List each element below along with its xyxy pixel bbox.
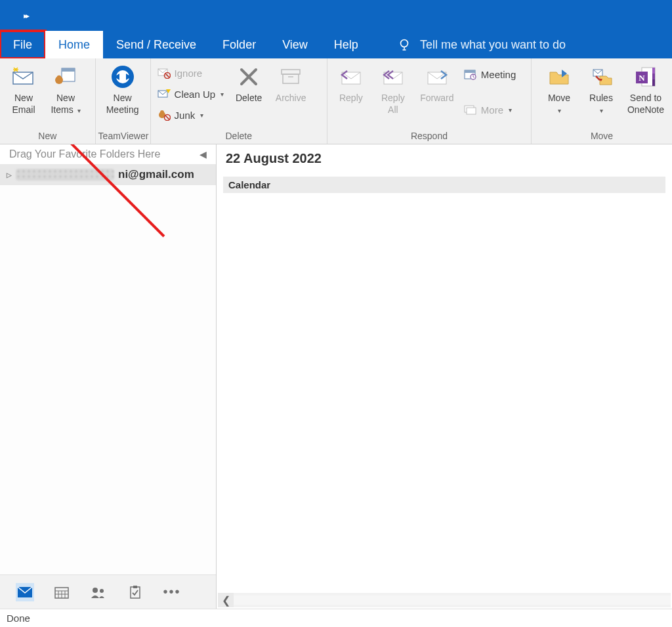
chevron-down-icon: ▾	[509, 106, 512, 114]
new-meeting-button[interactable]: New Meeting	[98, 61, 147, 118]
group-label-teamviewer: TeamViewer	[98, 129, 148, 144]
content-pane: 22 August 2022 Calendar ❮	[217, 144, 672, 609]
account-row[interactable]: ▷ ni@gmail.com	[0, 164, 216, 185]
svg-rect-43	[652, 68, 655, 74]
delete-button[interactable]: Delete	[228, 61, 270, 107]
tab-help[interactable]: Help	[321, 31, 371, 58]
tab-home[interactable]: Home	[45, 31, 103, 58]
favorites-header[interactable]: Drag Your Favorite Folders Here ◀	[0, 144, 216, 164]
junk-button[interactable]: Junk ▾	[154, 104, 228, 125]
tell-me-label: Tell me what you want to do	[420, 38, 566, 52]
svg-rect-39	[467, 108, 476, 114]
tab-view[interactable]: View	[269, 31, 321, 58]
scroll-track[interactable]	[234, 595, 671, 605]
ignore-icon	[158, 67, 171, 79]
clean-up-button[interactable]: Clean Up ▾	[154, 83, 228, 104]
reply-label: Reply	[339, 93, 363, 104]
move-button[interactable]: Move▾	[538, 61, 580, 118]
people-peek-icon[interactable]	[89, 583, 108, 601]
more-peek-icon[interactable]: •••	[163, 583, 181, 601]
reply-all-label: Reply All	[381, 93, 405, 116]
tell-me-search[interactable]: Tell me what you want to do	[371, 31, 566, 58]
title-bar: ▸▸	[0, 0, 672, 31]
delete-label: Delete	[236, 93, 262, 104]
calendar-peek-icon[interactable]	[52, 583, 71, 601]
favorites-hint: Drag Your Favorite Folders Here	[9, 148, 160, 160]
scroll-left-icon[interactable]: ❮	[218, 593, 234, 607]
account-redacted	[16, 169, 114, 181]
tab-folder[interactable]: Folder	[209, 31, 269, 58]
chevron-down-icon: ▾	[77, 107, 81, 114]
onenote-icon: N	[633, 64, 659, 90]
peek-bar: •••	[0, 574, 216, 609]
svg-line-24	[165, 116, 169, 119]
group-label-respond: Respond	[330, 129, 528, 144]
date-header: 22 August 2022	[217, 144, 672, 169]
qat-expand-icon[interactable]: ▸▸	[24, 11, 28, 20]
more-respond-button[interactable]: More ▾	[460, 99, 520, 120]
more-icon	[464, 104, 477, 115]
mail-peek-icon[interactable]	[16, 583, 34, 601]
rules-button[interactable]: Rules▾	[580, 61, 622, 118]
calendar-section-header[interactable]: Calendar	[223, 177, 665, 193]
reply-all-button[interactable]: Reply All	[372, 61, 414, 118]
chevron-down-icon: ▾	[220, 91, 224, 98]
svg-point-55	[93, 588, 98, 593]
tab-file[interactable]: File	[0, 30, 47, 60]
clean-up-label: Clean Up	[175, 89, 216, 100]
svg-rect-34	[465, 70, 475, 73]
chevron-down-icon: ▾	[600, 107, 603, 114]
horizontal-scrollbar[interactable]: ❮	[218, 593, 671, 607]
ignore-button[interactable]: Ignore	[154, 62, 228, 83]
new-email-button[interactable]: New Email	[3, 61, 45, 118]
move-icon	[546, 64, 572, 90]
svg-rect-57	[131, 587, 140, 598]
collapse-icon[interactable]: ◀	[200, 149, 207, 160]
forward-label: Forward	[420, 93, 453, 104]
svg-point-22	[160, 110, 164, 114]
new-email-label: New Email	[12, 93, 35, 116]
lightbulb-icon	[398, 38, 411, 51]
expand-icon[interactable]: ▷	[7, 171, 12, 179]
svg-text:N: N	[639, 73, 645, 83]
new-items-label: New Items ▾	[51, 93, 80, 116]
svg-point-0	[400, 40, 408, 47]
rules-label: Rules▾	[589, 93, 613, 116]
junk-icon	[158, 109, 171, 121]
junk-label: Junk	[175, 110, 196, 121]
account-suffix: ni@gmail.com	[118, 168, 194, 181]
group-label-move: Move	[534, 129, 669, 144]
navigation-pane: Drag Your Favorite Folders Here ◀ ▷ ni@g…	[0, 144, 217, 609]
reply-all-icon	[380, 64, 406, 90]
ignore-label: Ignore	[175, 68, 203, 79]
svg-rect-44	[652, 74, 655, 79]
menu-bar: File Home Send / Receive Folder View Hel…	[0, 31, 672, 58]
tab-send-receive[interactable]: Send / Receive	[103, 31, 209, 58]
status-text: Done	[7, 613, 30, 624]
reply-button[interactable]: Reply	[330, 61, 372, 107]
svg-point-11	[57, 76, 62, 80]
teamviewer-icon	[110, 64, 136, 90]
ribbon: New Email New Items ▾ New New Meeting Te…	[0, 58, 672, 144]
meeting-button[interactable]: Meeting	[460, 64, 520, 85]
send-onenote-label: Send to OneNote	[627, 93, 664, 116]
svg-rect-28	[283, 74, 299, 83]
svg-rect-27	[282, 70, 300, 74]
svg-rect-58	[133, 586, 137, 588]
new-items-button[interactable]: New Items ▾	[45, 61, 87, 118]
group-label-new: New	[3, 129, 93, 144]
forward-button[interactable]: Forward	[414, 61, 460, 107]
archive-button[interactable]: Archive	[270, 61, 312, 107]
new-items-icon	[52, 64, 79, 90]
tasks-peek-icon[interactable]	[126, 583, 144, 601]
meeting-label: Meeting	[481, 69, 516, 80]
new-email-icon	[10, 64, 37, 90]
forward-icon	[424, 64, 450, 90]
rules-icon	[588, 64, 614, 90]
status-bar: Done	[0, 609, 672, 627]
archive-icon	[278, 64, 304, 90]
send-to-onenote-button[interactable]: N Send to OneNote	[622, 61, 669, 118]
more-label: More	[481, 104, 503, 116]
group-label-delete: Delete	[154, 129, 324, 144]
svg-rect-9	[62, 68, 75, 72]
